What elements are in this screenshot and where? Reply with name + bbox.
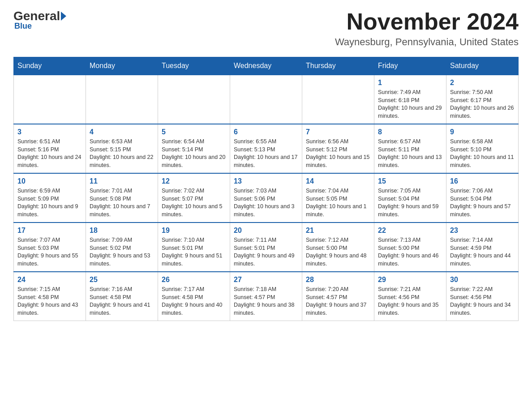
calendar-day-cell: [302, 75, 374, 124]
logo-arrow-icon: [61, 12, 66, 21]
day-number: 28: [306, 276, 370, 284]
calendar-day-cell: 6Sunrise: 6:55 AM Sunset: 5:13 PM Daylig…: [230, 124, 302, 173]
day-number: 26: [162, 276, 226, 284]
day-info: Sunrise: 7:01 AM Sunset: 5:08 PM Dayligh…: [90, 187, 154, 218]
calendar-day-cell: 18Sunrise: 7:09 AM Sunset: 5:02 PM Dayli…: [86, 223, 158, 272]
day-info: Sunrise: 7:11 AM Sunset: 5:01 PM Dayligh…: [234, 236, 298, 268]
calendar-day-cell: [230, 75, 302, 124]
day-number: 21: [306, 227, 370, 235]
day-info: Sunrise: 6:56 AM Sunset: 5:12 PM Dayligh…: [306, 138, 370, 169]
calendar-day-cell: 25Sunrise: 7:16 AM Sunset: 4:58 PM Dayli…: [86, 272, 158, 321]
logo: General Blue: [13, 9, 68, 31]
day-info: Sunrise: 7:07 AM Sunset: 5:03 PM Dayligh…: [17, 236, 82, 268]
calendar-day-cell: 14Sunrise: 7:04 AM Sunset: 5:05 PM Dayli…: [302, 173, 374, 223]
day-info: Sunrise: 6:58 AM Sunset: 5:10 PM Dayligh…: [450, 138, 515, 169]
day-of-week-header: Monday: [86, 57, 158, 75]
calendar-week-row: 10Sunrise: 6:59 AM Sunset: 5:09 PM Dayli…: [14, 173, 519, 223]
day-of-week-header: Sunday: [14, 57, 86, 75]
day-info: Sunrise: 7:02 AM Sunset: 5:07 PM Dayligh…: [162, 187, 226, 218]
calendar-table: SundayMondayTuesdayWednesdayThursdayFrid…: [13, 57, 519, 321]
day-info: Sunrise: 7:20 AM Sunset: 4:57 PM Dayligh…: [306, 286, 370, 317]
month-year-title: November 2024: [335, 9, 519, 34]
logo-blue: Blue: [13, 21, 32, 31]
calendar-day-cell: 8Sunrise: 6:57 AM Sunset: 5:11 PM Daylig…: [374, 124, 446, 173]
calendar-day-cell: 23Sunrise: 7:14 AM Sunset: 4:59 PM Dayli…: [446, 223, 519, 272]
calendar-day-cell: 10Sunrise: 6:59 AM Sunset: 5:09 PM Dayli…: [14, 173, 86, 223]
day-number: 11: [90, 177, 154, 185]
day-info: Sunrise: 7:06 AM Sunset: 5:04 PM Dayligh…: [450, 187, 515, 218]
day-info: Sunrise: 6:57 AM Sunset: 5:11 PM Dayligh…: [378, 138, 442, 169]
calendar-day-cell: 22Sunrise: 7:13 AM Sunset: 5:00 PM Dayli…: [374, 223, 446, 272]
day-number: 30: [450, 276, 515, 284]
day-info: Sunrise: 7:22 AM Sunset: 4:56 PM Dayligh…: [450, 286, 515, 317]
day-info: Sunrise: 6:54 AM Sunset: 5:14 PM Dayligh…: [162, 138, 226, 169]
day-number: 19: [162, 227, 226, 235]
calendar-day-cell: 20Sunrise: 7:11 AM Sunset: 5:01 PM Dayli…: [230, 223, 302, 272]
day-info: Sunrise: 7:13 AM Sunset: 5:00 PM Dayligh…: [378, 236, 442, 268]
day-number: 25: [90, 276, 154, 284]
calendar-day-cell: 9Sunrise: 6:58 AM Sunset: 5:10 PM Daylig…: [446, 124, 519, 173]
day-number: 2: [450, 79, 515, 87]
calendar-day-cell: [14, 75, 86, 124]
day-number: 15: [378, 177, 442, 185]
calendar-day-cell: 2Sunrise: 7:50 AM Sunset: 6:17 PM Daylig…: [446, 75, 519, 124]
day-info: Sunrise: 7:14 AM Sunset: 4:59 PM Dayligh…: [450, 236, 515, 268]
day-of-week-header: Wednesday: [230, 57, 302, 75]
day-number: 24: [17, 276, 82, 284]
day-number: 1: [378, 79, 442, 87]
day-number: 17: [17, 227, 82, 235]
location-subtitle: Waynesburg, Pennsylvania, United States: [335, 36, 519, 48]
day-number: 23: [450, 227, 515, 235]
calendar-day-cell: 29Sunrise: 7:21 AM Sunset: 4:56 PM Dayli…: [374, 272, 446, 321]
day-number: 10: [17, 177, 82, 185]
calendar-day-cell: 24Sunrise: 7:15 AM Sunset: 4:58 PM Dayli…: [14, 272, 86, 321]
day-info: Sunrise: 7:10 AM Sunset: 5:01 PM Dayligh…: [162, 236, 226, 268]
calendar-day-cell: 15Sunrise: 7:05 AM Sunset: 5:04 PM Dayli…: [374, 173, 446, 223]
calendar-day-cell: 19Sunrise: 7:10 AM Sunset: 5:01 PM Dayli…: [158, 223, 230, 272]
day-info: Sunrise: 7:09 AM Sunset: 5:02 PM Dayligh…: [90, 236, 154, 268]
day-info: Sunrise: 7:16 AM Sunset: 4:58 PM Dayligh…: [90, 286, 154, 317]
day-number: 16: [450, 177, 515, 185]
calendar-day-cell: 12Sunrise: 7:02 AM Sunset: 5:07 PM Dayli…: [158, 173, 230, 223]
calendar-week-row: 17Sunrise: 7:07 AM Sunset: 5:03 PM Dayli…: [14, 223, 519, 272]
day-info: Sunrise: 6:55 AM Sunset: 5:13 PM Dayligh…: [234, 138, 298, 169]
calendar-day-cell: 3Sunrise: 6:51 AM Sunset: 5:16 PM Daylig…: [14, 124, 86, 173]
calendar-day-cell: 5Sunrise: 6:54 AM Sunset: 5:14 PM Daylig…: [158, 124, 230, 173]
day-number: 4: [90, 128, 154, 136]
day-info: Sunrise: 7:17 AM Sunset: 4:58 PM Dayligh…: [162, 286, 226, 317]
day-number: 6: [234, 128, 298, 136]
day-of-week-header: Tuesday: [158, 57, 230, 75]
calendar-week-row: 3Sunrise: 6:51 AM Sunset: 5:16 PM Daylig…: [14, 124, 519, 173]
day-info: Sunrise: 6:59 AM Sunset: 5:09 PM Dayligh…: [17, 187, 82, 218]
day-info: Sunrise: 7:50 AM Sunset: 6:17 PM Dayligh…: [450, 89, 515, 120]
day-of-week-header: Saturday: [446, 57, 519, 75]
calendar-day-cell: 13Sunrise: 7:03 AM Sunset: 5:06 PM Dayli…: [230, 173, 302, 223]
calendar-day-cell: 7Sunrise: 6:56 AM Sunset: 5:12 PM Daylig…: [302, 124, 374, 173]
day-info: Sunrise: 7:05 AM Sunset: 5:04 PM Dayligh…: [378, 187, 442, 218]
day-number: 27: [234, 276, 298, 284]
calendar-day-cell: [158, 75, 230, 124]
calendar-day-cell: 17Sunrise: 7:07 AM Sunset: 5:03 PM Dayli…: [14, 223, 86, 272]
day-info: Sunrise: 7:49 AM Sunset: 6:18 PM Dayligh…: [378, 89, 442, 120]
day-number: 14: [306, 177, 370, 185]
day-info: Sunrise: 6:53 AM Sunset: 5:15 PM Dayligh…: [90, 138, 154, 169]
day-info: Sunrise: 7:15 AM Sunset: 4:58 PM Dayligh…: [17, 286, 82, 317]
day-info: Sunrise: 7:21 AM Sunset: 4:56 PM Dayligh…: [378, 286, 442, 317]
day-number: 20: [234, 227, 298, 235]
calendar-day-cell: 28Sunrise: 7:20 AM Sunset: 4:57 PM Dayli…: [302, 272, 374, 321]
day-number: 3: [17, 128, 82, 136]
day-info: Sunrise: 7:04 AM Sunset: 5:05 PM Dayligh…: [306, 187, 370, 218]
day-number: 8: [378, 128, 442, 136]
day-of-week-header: Friday: [374, 57, 446, 75]
calendar-day-cell: 1Sunrise: 7:49 AM Sunset: 6:18 PM Daylig…: [374, 75, 446, 124]
day-number: 5: [162, 128, 226, 136]
calendar-day-cell: 21Sunrise: 7:12 AM Sunset: 5:00 PM Dayli…: [302, 223, 374, 272]
calendar-day-cell: 11Sunrise: 7:01 AM Sunset: 5:08 PM Dayli…: [86, 173, 158, 223]
day-number: 18: [90, 227, 154, 235]
day-number: 7: [306, 128, 370, 136]
calendar-day-cell: 27Sunrise: 7:18 AM Sunset: 4:57 PM Dayli…: [230, 272, 302, 321]
day-number: 22: [378, 227, 442, 235]
day-number: 12: [162, 177, 226, 185]
day-of-week-header: Thursday: [302, 57, 374, 75]
calendar-header-row: SundayMondayTuesdayWednesdayThursdayFrid…: [14, 57, 519, 75]
